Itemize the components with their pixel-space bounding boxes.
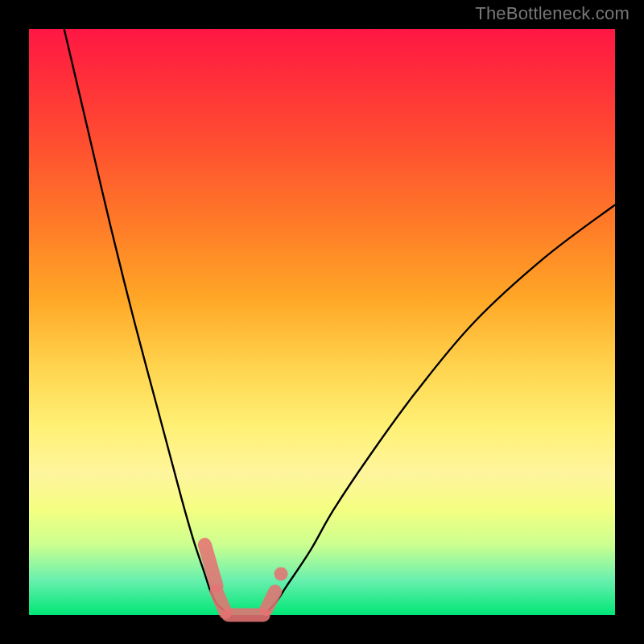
right-marker-lower: [266, 592, 275, 609]
left-curve: [64, 29, 229, 615]
right-marker-upper: [275, 568, 288, 581]
right-curve: [263, 204, 615, 615]
plot-area: [29, 29, 615, 615]
left-marker-lower: [217, 592, 225, 612]
watermark-text: TheBottleneck.com: [475, 3, 630, 24]
chart-frame: TheBottleneck.com: [0, 0, 644, 644]
curve-layer: [29, 29, 615, 615]
marker-layer: [204, 545, 287, 615]
